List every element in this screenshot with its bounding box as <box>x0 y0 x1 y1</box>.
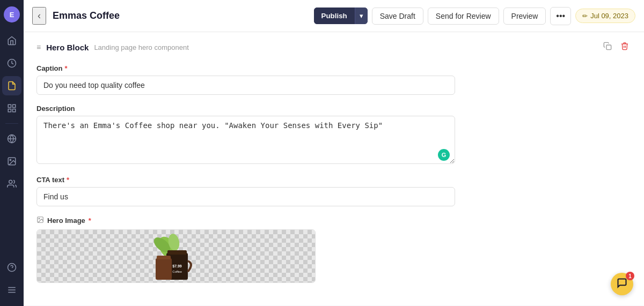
cta-label: CTA text * <box>36 176 631 184</box>
cta-input[interactable] <box>36 187 455 206</box>
sidebar-item-home[interactable] <box>2 31 21 50</box>
chat-widget[interactable]: 1 <box>611 273 633 295</box>
caption-label: Caption * <box>36 64 631 72</box>
image-upload-area[interactable]: $7.99 Coffee <box>36 229 316 283</box>
grammarly-icon[interactable]: G <box>438 149 450 161</box>
image-label-icon <box>36 216 44 225</box>
svg-rect-25 <box>156 258 172 280</box>
sidebar-item-activity[interactable] <box>2 54 21 73</box>
sidebar-item-globe[interactable] <box>2 129 21 148</box>
hero-block: ≡ Hero Block Landing page hero component… <box>24 32 644 305</box>
avatar[interactable]: E <box>4 6 20 23</box>
svg-rect-26 <box>157 256 171 259</box>
content-area: ≡ Hero Block Landing page hero component… <box>24 32 644 306</box>
page-title: Emmas Coffee <box>53 10 308 21</box>
sidebar-item-users[interactable] <box>2 174 21 193</box>
drag-icon[interactable]: ≡ <box>36 43 41 51</box>
back-button[interactable]: ‹ <box>32 7 46 25</box>
svg-rect-15 <box>606 45 611 50</box>
topbar-actions: Publish ▾ Save Draft Send for Review Pre… <box>314 7 635 25</box>
delete-block-button[interactable] <box>618 41 631 54</box>
svg-rect-3 <box>13 109 16 112</box>
publish-button-group: Publish ▾ <box>314 8 368 24</box>
topbar: ‹ Emmas Coffee Publish ▾ Save Draft Send… <box>24 0 644 32</box>
description-label: Description <box>36 105 631 113</box>
block-actions <box>601 41 631 54</box>
main-area: ‹ Emmas Coffee Publish ▾ Save Draft Send… <box>24 0 644 306</box>
publish-button[interactable]: Publish <box>314 8 355 24</box>
image-group: Hero Image * <box>36 216 631 283</box>
save-draft-button[interactable]: Save Draft <box>372 8 423 25</box>
date-label: Jul 09, 2023 <box>590 12 628 20</box>
chat-icon <box>617 278 627 290</box>
sidebar-item-menu[interactable] <box>2 280 21 300</box>
svg-text:$7.99: $7.99 <box>172 264 182 268</box>
copy-block-button[interactable] <box>601 41 614 54</box>
cta-required: * <box>67 176 69 184</box>
publish-dropdown-button[interactable]: ▾ <box>355 8 368 24</box>
cta-group: CTA text * <box>36 176 631 206</box>
svg-rect-2 <box>13 105 16 107</box>
pencil-icon: ✏ <box>582 12 588 20</box>
sidebar: E <box>0 0 24 306</box>
caption-group: Caption * <box>36 64 631 95</box>
description-input[interactable]: There's an Emma's Coffee shop near you. … <box>36 116 455 164</box>
date-badge[interactable]: ✏ Jul 09, 2023 <box>575 9 635 23</box>
svg-point-8 <box>10 159 11 160</box>
block-title: Hero Block <box>46 43 89 52</box>
more-button[interactable]: ••• <box>550 7 571 25</box>
description-wrapper: There's an Emma's Coffee shop near you. … <box>36 116 455 166</box>
svg-rect-1 <box>8 105 11 107</box>
block-header-left: ≡ Hero Block Landing page hero component <box>36 43 189 52</box>
preview-button[interactable]: Preview <box>503 8 546 25</box>
sidebar-item-grid[interactable] <box>2 99 21 118</box>
caption-required: * <box>64 64 67 72</box>
sidebar-item-images[interactable] <box>2 152 21 171</box>
svg-point-9 <box>9 180 12 183</box>
description-group: Description There's an Emma's Coffee sho… <box>36 105 631 166</box>
caption-input[interactable] <box>36 76 455 95</box>
svg-rect-22 <box>167 250 187 255</box>
divider <box>5 123 18 124</box>
block-subtitle: Landing page hero component <box>94 43 188 51</box>
image-checkered-bg: $7.99 Coffee <box>37 230 315 282</box>
svg-rect-4 <box>8 109 11 112</box>
send-review-button[interactable]: Send for Review <box>428 8 499 25</box>
image-required: * <box>89 217 91 225</box>
image-label: Hero Image * <box>36 216 631 225</box>
svg-text:Coffee: Coffee <box>172 270 182 273</box>
block-header: ≡ Hero Block Landing page hero component <box>36 41 631 54</box>
chat-badge: 1 <box>626 272 634 280</box>
sidebar-item-help[interactable] <box>2 258 21 277</box>
sidebar-item-content[interactable] <box>2 76 21 95</box>
svg-point-17 <box>39 218 40 219</box>
